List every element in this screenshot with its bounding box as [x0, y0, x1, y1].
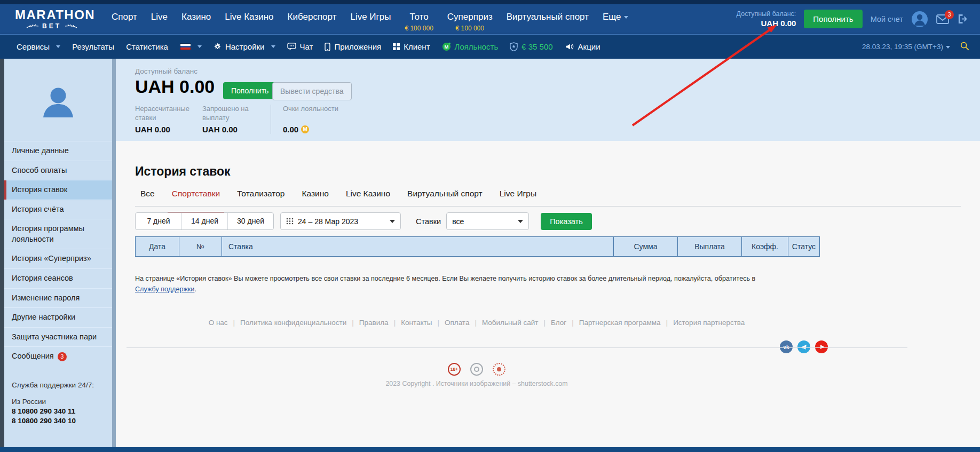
topnav-item[interactable]: Киберспорт: [288, 12, 337, 22]
sidebar-item[interactable]: Другие настройки: [4, 307, 112, 327]
topnav-item[interactable]: Live: [151, 12, 168, 22]
sidebar-item[interactable]: Сообщения3: [4, 346, 112, 366]
sidebar-scrollbar[interactable]: [112, 59, 116, 447]
messages-button[interactable]: 3: [936, 14, 949, 24]
tab-спортставки[interactable]: Спортставки: [172, 189, 220, 206]
subnav-item[interactable]: Статистика: [126, 42, 168, 51]
topnav-item[interactable]: Спорт: [112, 12, 137, 22]
date-range-picker[interactable]: 24 – 28 Мар 2023: [280, 212, 401, 230]
sidebar-item[interactable]: Изменение пароля: [4, 288, 112, 308]
marathonbet-logo[interactable]: MARATHON BET: [15, 9, 89, 30]
vk-icon[interactable]: vk: [780, 340, 793, 353]
deposit-button-main[interactable]: Пополнить: [223, 82, 276, 99]
grid-icon: [393, 43, 400, 50]
tab-live-казино[interactable]: Live Казино: [346, 189, 390, 206]
topnav-item-label: Суперприз: [447, 12, 493, 22]
subnav-item[interactable]: Приложения: [325, 42, 381, 51]
topnav-item[interactable]: Тото€ 100 000: [405, 12, 433, 32]
bets-filter-select[interactable]: все: [446, 212, 529, 230]
subnav-item[interactable]: [180, 43, 202, 50]
topnav-item-label: Live Игры: [350, 12, 391, 22]
deposit-button[interactable]: Пополнить: [804, 10, 862, 28]
tab-все[interactable]: Все: [140, 189, 155, 206]
sidebar-item[interactable]: История сеансов: [4, 268, 112, 288]
topnav-item-label: Live Казино: [225, 12, 273, 22]
topnav-item[interactable]: Виртуальный спорт: [507, 12, 589, 22]
bets-filter-label: Ставки: [416, 217, 441, 226]
period-button[interactable]: 7 дней: [136, 213, 181, 229]
youtube-icon[interactable]: [815, 340, 828, 353]
datetime-dropdown[interactable]: 28.03.23, 19:35 (GMT+3): [862, 43, 950, 51]
phone-icon: [325, 43, 330, 51]
balance-stat: Очки лояльности0.00M: [283, 105, 339, 134]
footer-link-separator: |: [666, 319, 668, 327]
sidebar-item-label: История сеансов: [12, 274, 73, 282]
withdraw-button[interactable]: Вывести средства: [272, 82, 352, 100]
footer-link[interactable]: О нас: [209, 319, 228, 327]
footer-link[interactable]: Оплата: [445, 319, 469, 327]
footer-link[interactable]: История партнерства: [673, 319, 745, 327]
my-account-link[interactable]: Мой счет: [871, 15, 903, 23]
history-tabs: ВсеСпортставкиТотализаторКазиноLive Кази…: [135, 189, 961, 207]
balance-stat-label: Нерассчитанные ставки: [135, 105, 192, 123]
subnav-item[interactable]: Акции: [565, 42, 600, 51]
footer-link[interactable]: Контакты: [401, 319, 432, 327]
chevron-down-icon: [56, 45, 60, 48]
footer-link[interactable]: Политика конфиденциальности: [240, 319, 346, 327]
logout-button[interactable]: [957, 13, 968, 25]
sidebar-item[interactable]: История счёта: [4, 200, 112, 219]
balance-stats: Нерассчитанные ставкиUAH 0.00Запрошено н…: [135, 105, 350, 134]
subnav-item[interactable]: Клиент: [393, 42, 430, 51]
topnav-item[interactable]: Еще: [603, 12, 628, 22]
topnav-item[interactable]: Live Казино: [225, 12, 273, 22]
loyalty-icon: M: [442, 42, 451, 51]
content-area: Личные данныеСпособ оплатыИстория ставок…: [0, 59, 980, 447]
main-panel: Доступный баланс UAH 0.00 Пополнить Выве…: [116, 59, 980, 447]
footer-link-separator: |: [572, 319, 574, 327]
support-link[interactable]: Службу поддержки: [135, 286, 194, 293]
sidebar-item[interactable]: История программы лояльности: [4, 219, 112, 249]
sidebar-item-label: История программы лояльности: [12, 224, 84, 243]
balance-panel: Доступный баланс UAH 0.00 Пополнить Выве…: [116, 59, 980, 141]
tab-казино[interactable]: Казино: [302, 189, 328, 206]
tab-виртуальный-спорт[interactable]: Виртуальный спорт: [407, 189, 483, 206]
footer-link[interactable]: Мобильный сайт: [482, 319, 539, 327]
footer-link[interactable]: Блог: [551, 319, 566, 327]
search-button[interactable]: [960, 41, 969, 52]
show-button[interactable]: Показать: [541, 213, 592, 230]
account-avatar[interactable]: [911, 11, 928, 28]
period-button[interactable]: 30 дней: [227, 213, 273, 229]
support-block: Служба поддержки 24/7: Из России 8 10800…: [4, 381, 112, 425]
table-header-cell: №: [179, 237, 222, 256]
subnav-item[interactable]: MЛояльность: [442, 42, 499, 51]
tab-тотализатор[interactable]: Тотализатор: [237, 189, 284, 206]
subnav-item[interactable]: Сервисы: [17, 42, 60, 51]
footer-link[interactable]: Правила: [359, 319, 389, 327]
tab-live-игры[interactable]: Live Игры: [500, 189, 536, 206]
subnav-item-label: Сервисы: [17, 42, 50, 51]
footer-link-separator: |: [233, 319, 235, 327]
subnav-item-label: Настройки: [225, 42, 265, 51]
topnav-item[interactable]: Казино: [181, 12, 211, 22]
subnav-item[interactable]: Чат: [287, 42, 313, 51]
subnav-item[interactable]: Настройки: [214, 42, 275, 51]
topnav-item[interactable]: Суперприз€ 100 000: [447, 12, 493, 32]
subnav-item-label: Акции: [578, 42, 600, 51]
subnav-item[interactable]: € 35 500: [510, 42, 552, 51]
table-header-cell: Статус: [788, 237, 819, 256]
sidebar-item[interactable]: Защита участника пари: [4, 327, 112, 347]
chevron-down-icon: [271, 45, 275, 48]
sidebar-item[interactable]: Личные данные: [4, 141, 112, 161]
sidebar-item[interactable]: История «Суперприз»: [4, 249, 112, 268]
telegram-icon[interactable]: [797, 340, 810, 353]
subnav-right: 28.03.23, 19:35 (GMT+3): [862, 41, 969, 52]
sidebar-item[interactable]: История ставок: [4, 180, 112, 200]
period-segmented-control: 7 дней14 дней30 дней: [135, 212, 274, 230]
footer-link[interactable]: Партнерская программа: [579, 319, 661, 327]
sidebar-item[interactable]: Способ оплаты: [4, 161, 112, 180]
period-button[interactable]: 14 дней: [181, 213, 227, 229]
subnav-item[interactable]: Результаты: [72, 42, 114, 51]
laurel-left-icon: [26, 23, 39, 29]
topnav-item[interactable]: Live Игры: [350, 12, 391, 22]
balance-value: UAH 0.00: [135, 76, 215, 97]
